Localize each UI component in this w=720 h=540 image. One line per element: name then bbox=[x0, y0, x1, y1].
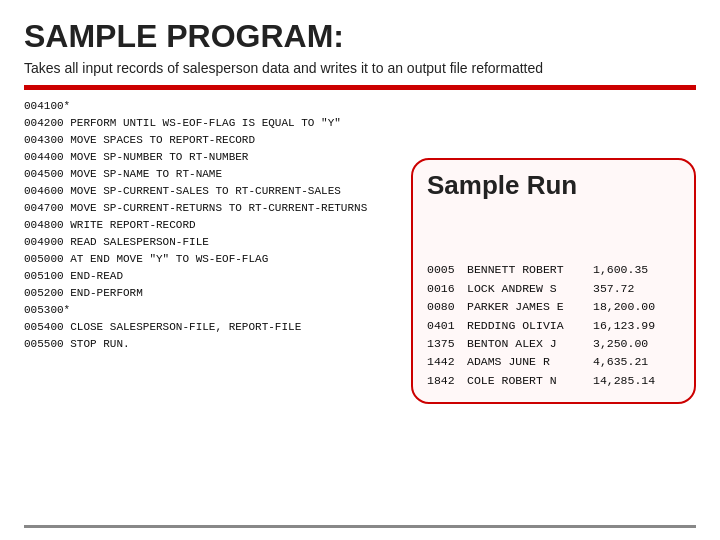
run-val: 357.72 bbox=[593, 280, 634, 298]
code-line: 005000 AT END MOVE "Y" TO WS-EOF-FLAG bbox=[24, 251, 401, 268]
bottom-divider bbox=[24, 525, 696, 528]
sample-run-title: Sample Run bbox=[427, 170, 680, 201]
run-num: 1375 bbox=[427, 335, 459, 353]
run-row: 0401REDDING OLIVIA16,123.99 bbox=[427, 317, 680, 335]
code-section: 004100*004200 PERFORM UNTIL WS-EOF-FLAG … bbox=[24, 98, 411, 525]
run-name: BENNETT ROBERT bbox=[467, 261, 585, 279]
code-line: 004100* bbox=[24, 98, 401, 115]
code-line: 004200 PERFORM UNTIL WS-EOF-FLAG IS EQUA… bbox=[24, 115, 401, 132]
code-line: 004400 MOVE SP-NUMBER TO RT-NUMBER bbox=[24, 149, 401, 166]
run-val: 3,250.00 bbox=[593, 335, 648, 353]
run-row: 0080PARKER JAMES E18,200.00 bbox=[427, 298, 680, 316]
content-area: 004100*004200 PERFORM UNTIL WS-EOF-FLAG … bbox=[24, 98, 696, 525]
run-table: 0005BENNETT ROBERT1,600.350016LOCK ANDRE… bbox=[427, 209, 680, 391]
run-row: 1375BENTON ALEX J3,250.00 bbox=[427, 335, 680, 353]
code-line: 005400 CLOSE SALESPERSON-FILE, REPORT-FI… bbox=[24, 319, 401, 336]
code-line: 004800 WRITE REPORT-RECORD bbox=[24, 217, 401, 234]
run-row: 1842COLE ROBERT N14,285.14 bbox=[427, 372, 680, 390]
run-val: 1,600.35 bbox=[593, 261, 648, 279]
run-val: 18,200.00 bbox=[593, 298, 655, 316]
run-num: 0016 bbox=[427, 280, 459, 298]
run-name: ADAMS JUNE R bbox=[467, 353, 585, 371]
run-num: 1442 bbox=[427, 353, 459, 371]
red-divider bbox=[24, 85, 696, 90]
run-num: 0080 bbox=[427, 298, 459, 316]
code-line: 004600 MOVE SP-CURRENT-SALES TO RT-CURRE… bbox=[24, 183, 401, 200]
run-name: LOCK ANDREW S bbox=[467, 280, 585, 298]
code-line: 005500 STOP RUN. bbox=[24, 336, 401, 353]
run-num: 0005 bbox=[427, 261, 459, 279]
page-subtitle: Takes all input records of salesperson d… bbox=[24, 59, 696, 79]
run-name: PARKER JAMES E bbox=[467, 298, 585, 316]
run-val: 4,635.21 bbox=[593, 353, 648, 371]
run-val: 14,285.14 bbox=[593, 372, 655, 390]
sample-run-box: Sample Run 0005BENNETT ROBERT1,600.35001… bbox=[411, 158, 696, 405]
run-num: 0401 bbox=[427, 317, 459, 335]
run-name: BENTON ALEX J bbox=[467, 335, 585, 353]
run-num: 1842 bbox=[427, 372, 459, 390]
page: SAMPLE PROGRAM: Takes all input records … bbox=[0, 0, 720, 540]
code-line: 004300 MOVE SPACES TO REPORT-RECORD bbox=[24, 132, 401, 149]
run-name: REDDING OLIVIA bbox=[467, 317, 585, 335]
code-line: 005100 END-READ bbox=[24, 268, 401, 285]
run-name: COLE ROBERT N bbox=[467, 372, 585, 390]
code-line: 005200 END-PERFORM bbox=[24, 285, 401, 302]
run-val: 16,123.99 bbox=[593, 317, 655, 335]
code-line: 004900 READ SALESPERSON-FILE bbox=[24, 234, 401, 251]
run-row: 0016LOCK ANDREW S357.72 bbox=[427, 280, 680, 298]
page-title: SAMPLE PROGRAM: bbox=[24, 18, 696, 55]
run-row: 1442ADAMS JUNE R4,635.21 bbox=[427, 353, 680, 371]
code-line: 004500 MOVE SP-NAME TO RT-NAME bbox=[24, 166, 401, 183]
code-line: 004700 MOVE SP-CURRENT-RETURNS TO RT-CUR… bbox=[24, 200, 401, 217]
run-row: 0005BENNETT ROBERT1,600.35 bbox=[427, 261, 680, 279]
code-line: 005300* bbox=[24, 302, 401, 319]
